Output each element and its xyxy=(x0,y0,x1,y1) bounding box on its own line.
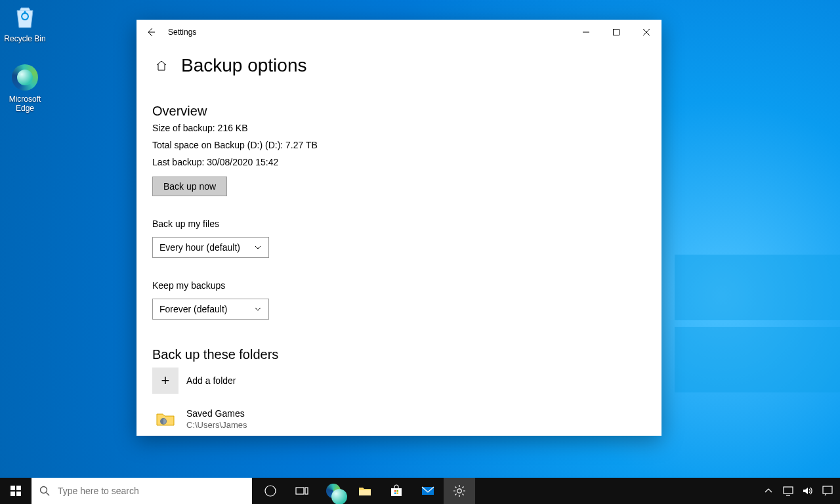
speaker-icon xyxy=(801,484,815,498)
notification-icon xyxy=(820,484,835,498)
store-icon xyxy=(389,484,404,498)
page-title: Backup options xyxy=(181,55,306,76)
folder-item[interactable]: Saved Games C:\Users\James xyxy=(152,406,646,432)
last-backup-text: Last backup: 30/08/2020 15:42 xyxy=(152,157,646,167)
backup-frequency-select[interactable]: Every hour (default) xyxy=(152,237,269,258)
keep-backups-label: Keep my backups xyxy=(152,280,646,291)
plus-icon: + xyxy=(152,368,178,394)
app-title: Settings xyxy=(168,28,196,37)
add-folder-label: Add a folder xyxy=(186,375,236,386)
taskbar xyxy=(0,478,840,504)
close-button[interactable] xyxy=(631,22,662,42)
desktop-icon-label: Recycle Bin xyxy=(0,34,50,43)
taskbar-settings[interactable] xyxy=(444,478,475,504)
backup-frequency-label: Back up my files xyxy=(152,219,646,229)
svg-rect-0 xyxy=(614,30,620,35)
settings-content: Backup options Overview Size of backup: … xyxy=(136,55,662,432)
add-folder-button[interactable]: + Add a folder xyxy=(152,368,646,394)
svg-rect-19 xyxy=(823,486,832,494)
taskbar-mail[interactable] xyxy=(412,478,444,504)
keep-backups-select[interactable]: Forever (default) xyxy=(152,299,269,320)
settings-window: Settings Backup options Overview Size of… xyxy=(136,20,662,436)
recycle-bin-icon xyxy=(10,3,39,32)
system-tray xyxy=(759,478,840,504)
desktop-icon-recycle-bin[interactable]: Recycle Bin xyxy=(0,3,50,43)
svg-rect-13 xyxy=(397,490,399,492)
backup-now-button[interactable]: Back up now xyxy=(152,177,227,196)
windows-icon xyxy=(10,486,21,496)
home-button[interactable] xyxy=(152,56,171,75)
mail-icon xyxy=(421,484,435,498)
tray-network[interactable] xyxy=(778,478,798,504)
taskbar-taskview[interactable] xyxy=(286,478,318,504)
svg-rect-14 xyxy=(394,493,396,495)
start-button[interactable] xyxy=(0,478,32,504)
taskview-icon xyxy=(295,484,309,498)
tray-overflow[interactable] xyxy=(759,478,778,504)
edge-icon xyxy=(10,63,39,92)
svg-rect-11 xyxy=(391,488,402,496)
chevron-up-icon xyxy=(761,484,776,498)
backup-space-text: Total space on Backup (D:) (D:): 7.27 TB xyxy=(152,140,646,150)
folder-path: C:\Users\James xyxy=(186,420,247,430)
gear-icon xyxy=(452,484,467,498)
search-input[interactable] xyxy=(58,486,228,496)
titlebar: Settings xyxy=(136,20,662,45)
taskbar-store[interactable] xyxy=(381,478,412,504)
taskbar-edge[interactable] xyxy=(318,478,349,504)
taskbar-explorer[interactable] xyxy=(349,478,381,504)
minimize-button[interactable] xyxy=(571,22,601,42)
edge-icon xyxy=(326,484,341,498)
svg-rect-5 xyxy=(16,492,21,496)
chevron-down-icon xyxy=(254,243,262,251)
select-value: Every hour (default) xyxy=(159,242,240,253)
svg-point-7 xyxy=(265,486,276,496)
svg-point-6 xyxy=(41,487,47,494)
search-icon xyxy=(39,486,50,496)
select-value: Forever (default) xyxy=(159,304,227,314)
chevron-down-icon xyxy=(254,305,262,313)
svg-rect-10 xyxy=(359,490,371,495)
backup-size-text: Size of backup: 216 KB xyxy=(152,123,646,133)
svg-rect-8 xyxy=(296,488,304,494)
wallpaper-accent xyxy=(669,255,840,399)
folder-name: Saved Games xyxy=(186,408,247,419)
folder-icon xyxy=(152,406,178,432)
taskbar-cortana[interactable] xyxy=(255,478,286,504)
monitor-icon xyxy=(781,484,795,498)
back-button[interactable] xyxy=(136,20,165,45)
folder-icon xyxy=(358,484,372,498)
svg-rect-3 xyxy=(16,486,21,490)
folders-heading: Back up these folders xyxy=(152,347,646,362)
overview-heading: Overview xyxy=(152,104,646,119)
svg-point-17 xyxy=(457,489,461,493)
maximize-button[interactable] xyxy=(601,22,631,42)
taskbar-search[interactable] xyxy=(32,478,252,504)
svg-rect-9 xyxy=(305,488,308,494)
svg-rect-15 xyxy=(397,493,399,495)
svg-rect-2 xyxy=(10,486,15,490)
circle-icon xyxy=(263,484,278,498)
svg-rect-12 xyxy=(394,490,396,492)
desktop-icon-label: Microsoft Edge xyxy=(0,94,50,113)
svg-rect-18 xyxy=(784,487,793,494)
tray-action-center[interactable] xyxy=(818,478,837,504)
tray-volume[interactable] xyxy=(798,478,818,504)
desktop-icon-edge[interactable]: Microsoft Edge xyxy=(0,63,50,113)
svg-rect-4 xyxy=(10,492,15,496)
